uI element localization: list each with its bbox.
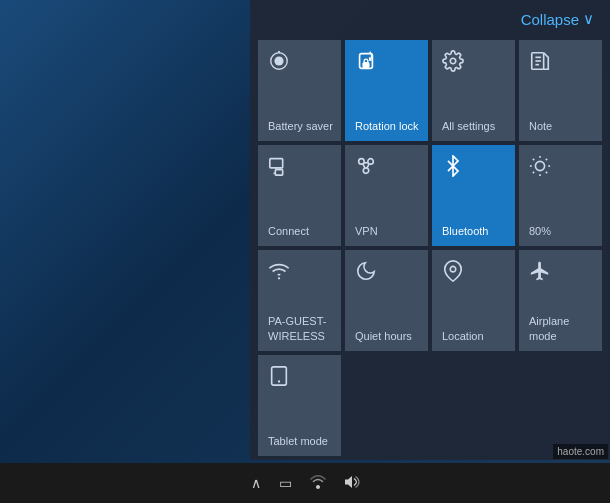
action-center: Collapse ∨ Battery saverRotation lockAll… [250,0,610,460]
all-settings-label: All settings [442,119,495,133]
tile-bluetooth[interactable]: Bluetooth [432,145,515,246]
tile-airplane-mode[interactable]: Airplane mode [519,250,602,351]
collapse-row: Collapse ∨ [250,0,610,36]
wifi-label: PA-GUEST-WIRELESS [268,314,333,343]
svg-point-31 [450,266,456,272]
airplane-mode-icon [529,260,551,288]
svg-point-15 [359,159,365,165]
tablet-mode-icon [268,365,290,393]
rotation-lock-label: Rotation lock [355,119,419,133]
all-settings-icon [442,50,464,78]
tile-all-settings[interactable]: All settings [432,40,515,141]
quiet-hours-icon [355,260,377,288]
connect-icon [268,155,290,183]
svg-point-1 [274,56,283,65]
svg-line-28 [533,172,534,173]
bluetooth-icon [442,155,464,183]
taskbar-wifi-icon [310,475,326,492]
tablet-mode-label: Tablet mode [268,434,328,448]
svg-line-25 [546,172,547,173]
battery-saver-icon [268,50,290,78]
note-icon [529,50,551,78]
rotation-lock-icon [355,50,377,78]
tile-location[interactable]: Location [432,250,515,351]
tile-quiet-hours[interactable]: Quiet hours [345,250,428,351]
svg-point-21 [535,161,544,170]
vpn-label: VPN [355,224,378,238]
tile-vpn[interactable]: VPN [345,145,428,246]
location-icon [442,260,464,288]
watermark: haote.com [553,444,608,459]
wifi-icon [268,260,290,288]
svg-point-17 [363,168,369,174]
collapse-label: Collapse [521,11,579,28]
taskbar: ∧ ▭ [0,463,610,503]
tile-connect[interactable]: Connect [258,145,341,246]
tile-wifi[interactable]: PA-GUEST-WIRELESS [258,250,341,351]
tile-tablet-mode[interactable]: Tablet mode [258,355,341,456]
brightness-label: 80% [529,224,551,238]
tile-rotation-lock[interactable]: Rotation lock [345,40,428,141]
tile-battery-saver[interactable]: Battery saver [258,40,341,141]
vpn-icon [355,155,377,183]
quiet-hours-label: Quiet hours [355,329,412,343]
svg-line-24 [533,159,534,160]
connect-label: Connect [268,224,309,238]
svg-rect-10 [270,159,283,168]
collapse-button[interactable]: Collapse ∨ [521,10,594,28]
taskbar-chevron-icon: ∧ [251,475,261,491]
battery-saver-label: Battery saver [268,119,333,133]
svg-point-5 [450,58,456,64]
location-label: Location [442,329,484,343]
svg-line-19 [363,164,365,169]
note-label: Note [529,119,552,133]
svg-line-20 [367,164,369,169]
airplane-mode-label: Airplane mode [529,314,594,343]
svg-rect-4 [363,63,369,68]
tiles-grid: Battery saverRotation lockAll settingsNo… [250,36,610,460]
tile-note[interactable]: Note [519,40,602,141]
svg-line-29 [546,159,547,160]
svg-point-16 [368,159,374,165]
taskbar-battery-icon: ▭ [279,475,292,491]
collapse-chevron-icon: ∨ [583,10,594,28]
svg-rect-11 [275,170,282,176]
tile-brightness[interactable]: 80% [519,145,602,246]
brightness-icon [529,155,551,183]
bluetooth-label: Bluetooth [442,224,488,238]
taskbar-sound-icon [344,475,360,492]
